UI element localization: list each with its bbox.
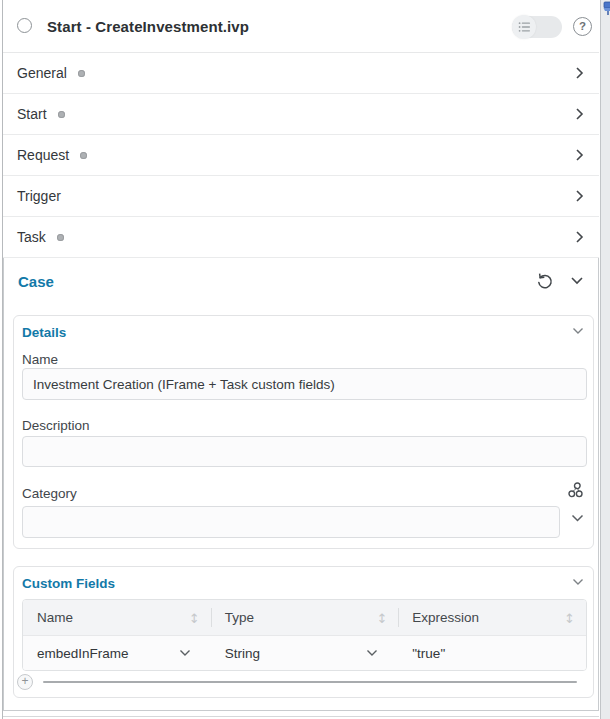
reset-icon[interactable] [536,272,554,290]
add-row-button[interactable]: + [17,674,33,690]
add-row-area: + [17,674,584,690]
column-header-name[interactable]: Name ↕ [23,600,211,635]
list-view-icon [512,15,536,39]
chevron-down-icon[interactable] [366,649,378,657]
case-section: Case Details Name Description Category [3,258,599,711]
chevron-right-icon [575,66,584,80]
category-label: Category [22,486,77,501]
chevron-down-icon[interactable] [571,514,584,523]
section-row-task[interactable]: Task [3,217,599,258]
add-row-divider [43,681,577,683]
pin-icon[interactable] [602,1,610,16]
sort-icon[interactable]: ↕ [376,610,387,625]
next-section-border [3,716,599,717]
column-header-label: Name [37,610,73,625]
column-header-label: Expression [412,610,479,625]
custom-fields-card-title[interactable]: Custom Fields [22,576,115,591]
custom-field-name-value: embedInFrame [37,646,129,661]
custom-field-type-cell[interactable]: String [211,636,399,670]
status-dot-icon [78,70,85,77]
column-header-label: Type [225,610,254,625]
inscription-header: Start - CreateInvestment.ivp ? [3,0,599,53]
description-label: Description [22,418,90,433]
custom-field-name-cell[interactable]: embedInFrame [23,636,211,670]
side-gutter[interactable] [600,0,610,719]
custom-fields-table: Name ↕ Type ↕ Expression ↕ embedInFrame [22,599,587,671]
section-row-case[interactable]: Case [18,273,54,290]
status-dot-icon [57,234,64,241]
custom-field-expression-cell[interactable]: "true" [398,636,586,670]
section-row-trigger[interactable]: Trigger [3,176,599,217]
chevron-down-icon[interactable] [179,649,191,657]
section-row-request[interactable]: Request [3,135,599,176]
chevron-down-icon[interactable] [572,578,584,586]
status-dot-icon [58,111,65,118]
chevron-right-icon [575,107,584,121]
custom-field-type-value: String [225,646,260,661]
name-input[interactable] [22,368,587,400]
view-toggle[interactable] [512,16,562,38]
chevron-up-icon[interactable] [570,276,584,285]
section-label: Request [17,147,69,163]
start-element-icon [17,18,32,33]
column-header-expression[interactable]: Expression ↕ [398,600,586,635]
custom-field-expression-value: "true" [412,646,445,661]
chevron-right-icon [575,148,584,162]
sort-icon[interactable]: ↕ [189,610,200,625]
section-row-start[interactable]: Start [3,94,599,135]
help-icon[interactable]: ? [573,17,592,36]
details-card: Details Name Description Category [13,315,594,549]
chevron-right-icon [575,189,584,203]
chevron-right-icon [575,230,584,244]
custom-fields-card: Custom Fields Name ↕ Type ↕ Expression ↕ [13,566,594,698]
sort-icon[interactable]: ↕ [564,610,575,625]
section-label: Trigger [17,188,61,204]
details-card-title[interactable]: Details [22,325,66,340]
section-row-general[interactable]: General [3,53,599,94]
column-header-type[interactable]: Type ↕ [211,600,399,635]
chevron-down-icon[interactable] [572,327,584,335]
section-label: General [17,65,67,81]
category-input[interactable] [22,506,560,538]
category-browser-icon[interactable] [567,482,584,498]
status-dot-icon [80,152,87,159]
section-label: Task [17,229,46,245]
page-title: Start - CreateInvestment.ivp [47,18,249,35]
table-header-row: Name ↕ Type ↕ Expression ↕ [23,600,586,635]
section-label: Start [17,106,47,122]
table-row: embedInFrame String "true" [23,635,586,670]
name-label: Name [22,352,58,367]
description-input[interactable] [22,436,587,467]
